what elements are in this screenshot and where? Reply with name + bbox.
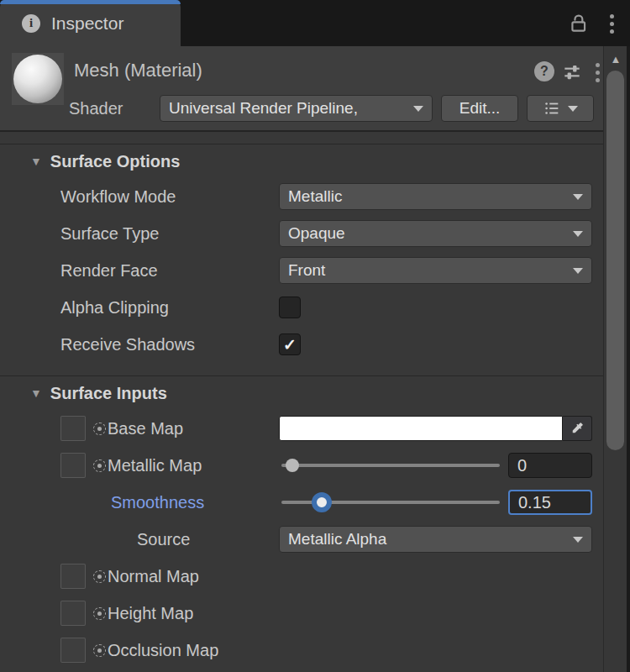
material-sphere (13, 55, 62, 103)
smoothness-slider[interactable] (281, 492, 500, 512)
metallic-slider[interactable] (281, 455, 500, 475)
receive-shadows-checkbox[interactable]: ✓ (279, 333, 301, 355)
height-map-texture-slot[interactable] (60, 601, 86, 626)
surface-options-title: Surface Options (50, 152, 180, 171)
panel-right-edge (627, 46, 630, 672)
workflow-mode-label: Workflow Mode (60, 187, 279, 207)
smoothness-value-field[interactable]: 0.15 (508, 490, 592, 515)
slider-track (281, 464, 500, 467)
render-face-dropdown[interactable]: Front (279, 257, 592, 284)
base-map-label: Base Map (108, 419, 279, 438)
base-map-texture-slot[interactable] (60, 416, 86, 441)
surface-inputs-section: ▼ Surface Inputs Base Map Metallic Map (0, 375, 630, 669)
vertical-scrollbar[interactable]: ▲ (603, 46, 627, 672)
tab-bar: i Inspector (0, 0, 630, 46)
smoothness-label: Smoothness (111, 493, 279, 512)
object-picker-icon[interactable] (93, 423, 106, 435)
list-icon (543, 99, 561, 118)
object-picker-icon[interactable] (93, 607, 106, 620)
metallic-value-field[interactable]: 0 (508, 453, 592, 478)
normal-map-row: Normal Map (0, 558, 630, 595)
shader-dropdown[interactable]: Universal Render Pipeline, (160, 95, 433, 122)
foldout-triangle-icon: ▼ (30, 155, 42, 168)
active-tab-stripe (0, 0, 181, 4)
alpha-clipping-row: Alpha Clipping (0, 289, 630, 326)
material-title: Mesh (Material) (74, 60, 202, 81)
occlusion-map-row: Occlusion Map (0, 632, 630, 669)
metallic-map-texture-slot[interactable] (60, 453, 86, 478)
chevron-down-icon (568, 106, 578, 112)
metallic-map-row: Metallic Map 0 (0, 447, 630, 484)
surface-type-value: Opaque (288, 224, 566, 243)
tab-label: Inspector (51, 13, 123, 34)
chevron-down-icon (573, 537, 583, 543)
render-face-label: Render Face (60, 261, 279, 281)
surface-inputs-title: Surface Inputs (50, 384, 167, 403)
source-label: Source (137, 530, 279, 549)
shader-row: Shader Universal Render Pipeline, Edit..… (69, 95, 594, 122)
tab-inspector[interactable]: i Inspector (0, 0, 181, 46)
smoothness-row: Smoothness 0.15 (0, 484, 630, 521)
help-icon[interactable]: ? (534, 61, 554, 81)
edit-shader-button[interactable]: Edit... (441, 95, 518, 122)
scrollbar-thumb[interactable] (606, 71, 624, 450)
object-picker-icon[interactable] (93, 459, 106, 472)
receive-shadows-label: Receive Shadows (60, 335, 279, 354)
workflow-mode-dropdown[interactable]: Metallic (279, 183, 592, 210)
height-map-label: Height Map (108, 604, 279, 623)
occlusion-map-label: Occlusion Map (108, 641, 279, 660)
surface-options-section: ▼ Surface Options Workflow Mode Metallic… (0, 144, 630, 377)
chevron-down-icon (573, 194, 583, 200)
base-map-row: Base Map (0, 410, 630, 447)
normal-map-texture-slot[interactable] (60, 564, 86, 589)
surface-inputs-foldout[interactable]: ▼ Surface Inputs (0, 376, 630, 410)
surface-options-foldout[interactable]: ▼ Surface Options (0, 144, 630, 178)
chevron-down-icon (573, 231, 583, 237)
source-dropdown[interactable]: Metallic Alpha (279, 526, 592, 553)
workflow-mode-value: Metallic (288, 187, 566, 206)
shader-utility-button[interactable] (527, 95, 594, 122)
presets-icon[interactable] (561, 61, 583, 83)
metallic-slider-thumb[interactable] (286, 459, 299, 472)
receive-shadows-row: Receive Shadows ✓ (0, 326, 630, 363)
render-face-value: Front (288, 261, 566, 280)
workflow-mode-row: Workflow Mode Metallic (0, 178, 630, 215)
surface-type-row: Surface Type Opaque (0, 215, 630, 252)
render-face-row: Render Face Front (0, 252, 630, 289)
material-preview-thumbnail[interactable] (12, 53, 64, 105)
header-separator (0, 134, 630, 144)
normal-map-label: Normal Map (108, 567, 279, 586)
panel-menu-kebab-icon[interactable] (608, 13, 616, 35)
surface-type-dropdown[interactable]: Opaque (279, 220, 592, 247)
shader-value: Universal Render Pipeline, (169, 99, 407, 118)
shader-label: Shader (69, 99, 151, 118)
foldout-triangle-icon: ▼ (30, 386, 42, 400)
base-color-swatch[interactable] (279, 416, 563, 441)
object-picker-icon[interactable] (93, 570, 106, 583)
alpha-clipping-label: Alpha Clipping (60, 298, 279, 318)
alpha-clipping-checkbox[interactable] (279, 297, 301, 318)
chevron-down-icon (413, 106, 423, 112)
material-menu-kebab-icon[interactable] (594, 61, 601, 84)
unlock-icon[interactable] (568, 13, 590, 34)
object-picker-icon[interactable] (93, 644, 106, 657)
surface-type-label: Surface Type (60, 224, 279, 244)
inspector-panel: i Inspector Mesh (Material) ? (0, 0, 630, 672)
metallic-map-label: Metallic Map (108, 456, 279, 475)
info-icon: i (22, 14, 40, 33)
source-value: Metallic Alpha (288, 530, 566, 549)
chevron-down-icon (573, 268, 583, 274)
height-map-row: Height Map (0, 595, 630, 632)
source-row: Source Metallic Alpha (0, 521, 630, 558)
scroll-up-arrow-icon[interactable]: ▲ (604, 50, 627, 68)
material-header: Mesh (Material) ? Shader Universal Rende… (0, 46, 630, 132)
eyedropper-icon[interactable] (563, 416, 592, 441)
smoothness-slider-thumb[interactable] (312, 492, 332, 512)
occlusion-map-texture-slot[interactable] (60, 638, 86, 663)
